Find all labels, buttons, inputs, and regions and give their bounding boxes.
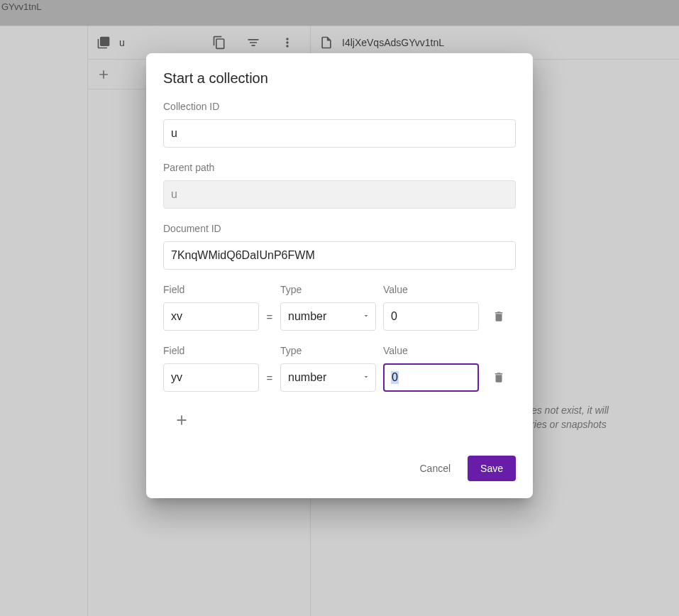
start-collection-dialog: Start a collection Collection ID Parent …: [146, 53, 533, 498]
add-field-button[interactable]: [167, 406, 196, 434]
field-name-input[interactable]: [163, 302, 259, 331]
field-row: Field = Type Value 0: [163, 345, 516, 392]
dialog-title: Start a collection: [163, 70, 516, 87]
equals-sign: =: [266, 302, 273, 331]
delete-field-button[interactable]: [486, 302, 512, 331]
type-label: Type: [280, 345, 376, 356]
document-id-group: Document ID: [163, 223, 516, 270]
save-button[interactable]: Save: [468, 456, 516, 481]
trash-icon: [492, 371, 505, 384]
field-value-input[interactable]: [383, 302, 479, 331]
field-name-input[interactable]: [163, 363, 259, 392]
field-type-select[interactable]: [280, 363, 376, 392]
cancel-button[interactable]: Cancel: [408, 456, 462, 481]
equals-sign: =: [266, 363, 273, 392]
plus-icon: [174, 412, 189, 428]
document-id-label: Document ID: [163, 223, 516, 234]
parent-path-label: Parent path: [163, 162, 516, 173]
parent-path-group: Parent path: [163, 162, 516, 209]
parent-path-input: [163, 180, 516, 209]
dialog-actions: Cancel Save: [163, 456, 516, 481]
field-label: Field: [163, 345, 259, 356]
trash-icon: [492, 310, 505, 323]
modal-overlay: Start a collection Collection ID Parent …: [0, 0, 679, 616]
field-value-input[interactable]: 0: [383, 363, 479, 392]
collection-id-label: Collection ID: [163, 101, 516, 112]
field-row: Field = Type Value: [163, 284, 516, 331]
delete-field-button[interactable]: [486, 363, 512, 392]
value-label: Value: [383, 345, 479, 356]
field-type-select[interactable]: [280, 302, 376, 331]
collection-id-group: Collection ID: [163, 101, 516, 148]
type-label: Type: [280, 284, 376, 295]
field-label: Field: [163, 284, 259, 295]
document-id-input[interactable]: [163, 241, 516, 270]
value-label: Value: [383, 284, 479, 295]
collection-id-input[interactable]: [163, 119, 516, 148]
